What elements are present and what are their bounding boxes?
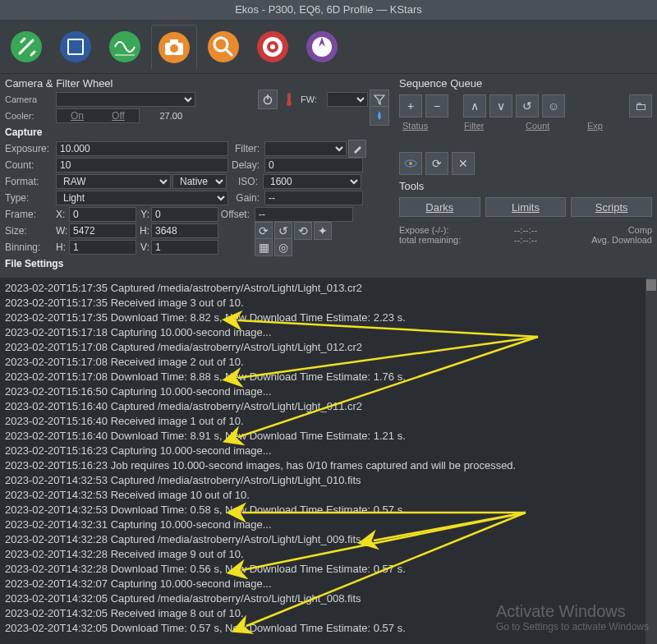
seq-title: Sequence Queue (399, 76, 652, 91)
log-line: 2023-02-20T14:32:31 Capturing 10.000-sec… (5, 518, 652, 532)
seq-reset[interactable]: ↺ (516, 94, 539, 117)
cooler-value: 27.00 (141, 111, 182, 121)
calib-button[interactable]: ▦ (255, 238, 273, 256)
type-label: Type: (5, 192, 54, 204)
bin-h-input[interactable] (69, 240, 136, 255)
svg-point-16 (270, 44, 275, 49)
file-settings-header: File Settings (5, 258, 63, 269)
window-title: Ekos - P300, EQ6, 6D Profile — KStars (0, 0, 657, 20)
seq-remove[interactable]: − (425, 94, 448, 117)
cooler-toggle[interactable]: OnOff (56, 108, 140, 123)
seq-add[interactable]: + (399, 94, 422, 117)
exposure-input[interactable] (56, 141, 228, 156)
loop-preview-button[interactable]: ⟳ (425, 152, 448, 175)
svg-rect-3 (69, 40, 82, 53)
size-w-label: W: (56, 225, 67, 237)
setup-tab[interactable] (3, 25, 49, 69)
log-line: 2023-02-20T15:17:35 Captured /media/astr… (5, 281, 652, 296)
preview-button[interactable] (399, 152, 422, 175)
frame-y-label: Y: (138, 209, 149, 220)
temp-icon (279, 90, 299, 109)
focus-tab[interactable] (200, 25, 246, 69)
camera-section-title: Camera & Filter Wheel (5, 76, 389, 91)
log-line: 2023-02-20T14:32:53 Captured /media/astr… (5, 473, 652, 488)
log-panel[interactable]: 2023-02-20T15:17:35 Captured /media/astr… (0, 278, 657, 644)
rotator-button[interactable]: ◎ (274, 238, 292, 256)
offset-input[interactable] (255, 207, 353, 222)
align-tab[interactable] (250, 25, 296, 69)
size-h-input[interactable] (151, 223, 218, 238)
exposure-label: Exposure: (5, 143, 54, 154)
log-line: 2023-02-20T14:32:53 Download Time: 0.58 … (5, 503, 652, 518)
fw-select[interactable] (327, 92, 368, 107)
svg-point-24 (409, 162, 412, 165)
log-line: 2023-02-20T15:16:50 Capturing 10.000-sec… (5, 384, 652, 399)
drop-button[interactable] (370, 106, 389, 126)
count-input[interactable] (56, 158, 228, 172)
analyze-tab[interactable] (102, 25, 148, 69)
delay-input[interactable] (264, 158, 363, 172)
seq-folder[interactable]: 🗀 (629, 94, 652, 117)
filter-select[interactable] (264, 141, 347, 156)
limits-button[interactable]: Limits (485, 197, 567, 217)
tools-title: Tools (399, 178, 652, 194)
binning-label: Binning: (5, 242, 54, 253)
info-grid: Expose (-/-): total remaining: --:--:-- … (399, 220, 652, 245)
log-line: 2023-02-20T15:17:08 Download Time: 8.88 … (5, 370, 652, 384)
seq-user[interactable]: ☺ (542, 94, 565, 117)
filter-label: Filter: (230, 143, 263, 154)
filter-edit-button[interactable] (348, 140, 366, 158)
log-line: 2023-02-20T15:17:35 Download Time: 8.82 … (5, 310, 652, 325)
log-line: 2023-02-20T14:32:28 Download Time: 0.56 … (5, 562, 652, 577)
log-line: 2023-02-20T15:16:40 Received image 1 out… (5, 414, 652, 429)
svg-point-10 (208, 31, 239, 62)
svg-point-22 (287, 101, 292, 106)
darks-button[interactable]: Darks (399, 197, 480, 217)
frame-x-input[interactable] (69, 207, 136, 222)
frame-x-label: X: (56, 209, 67, 220)
log-line: 2023-02-20T15:17:08 Received image 2 out… (5, 355, 652, 370)
native-select[interactable]: Native (172, 174, 227, 189)
iso-label: ISO: (228, 176, 261, 187)
magic-button[interactable]: ✦ (314, 222, 332, 240)
gain-input[interactable] (264, 191, 363, 205)
log-scrollbar[interactable] (646, 278, 657, 644)
svg-rect-9 (170, 39, 178, 44)
log-line: 2023-02-20T15:16:23 Capturing 10.000-sec… (5, 444, 652, 458)
log-line: 2023-02-20T15:17:18 Capturing 10.000-sec… (5, 325, 652, 340)
module-toolbar (0, 20, 657, 74)
size-w-input[interactable] (69, 223, 136, 238)
log-line: 2023-02-20T14:32:28 Received image 9 out… (5, 547, 652, 562)
scripts-button[interactable]: Scripts (571, 197, 652, 217)
capture-header: Capture (5, 126, 42, 138)
log-line: 2023-02-20T15:16:40 Download Time: 8.91 … (5, 429, 652, 444)
seq-down[interactable]: ∨ (489, 94, 512, 117)
log-line: 2023-02-20T14:32:05 Download Time: 0.57 … (5, 621, 652, 636)
rotate-button[interactable]: ⟲ (294, 222, 312, 240)
scheduler-tab[interactable] (53, 25, 99, 69)
iso-select[interactable]: 1600 (263, 174, 361, 189)
seq-up[interactable]: ∧ (463, 94, 486, 117)
seq-columns: StatusFilterCountExp (399, 121, 652, 132)
reset-button[interactable]: ↺ (274, 222, 292, 240)
format-select[interactable]: RAW (56, 174, 171, 189)
frame-label: Frame: (5, 209, 54, 220)
capture-tab[interactable] (151, 25, 197, 69)
clear-button[interactable]: ✕ (452, 152, 475, 175)
frame-y-input[interactable] (151, 207, 218, 222)
loop-button[interactable]: ⟳ (255, 222, 273, 240)
log-line: 2023-02-20T15:17:08 Captured /media/astr… (5, 340, 652, 355)
power-button[interactable] (258, 90, 278, 109)
fw-label: FW: (301, 94, 325, 104)
log-line: 2023-02-20T15:16:23 Job requires 10.000-… (5, 458, 652, 473)
camera-select[interactable] (56, 92, 195, 107)
count-label: Count: (5, 159, 54, 171)
type-select[interactable]: Light (56, 191, 228, 205)
guide-tab[interactable] (299, 25, 345, 69)
bin-v-label: V: (138, 242, 149, 253)
svg-point-8 (170, 44, 178, 53)
size-h-label: H: (138, 225, 149, 237)
gain-label: Gain: (230, 192, 263, 204)
log-line: 2023-02-20T14:32:53 Received image 10 ou… (5, 488, 652, 503)
bin-v-input[interactable] (151, 240, 218, 255)
